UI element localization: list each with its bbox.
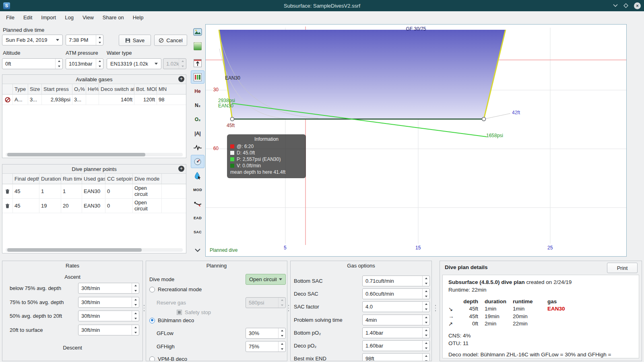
- gases-header-mnd[interactable]: MN: [157, 84, 186, 95]
- ead-button[interactable]: EAD: [191, 211, 204, 224]
- spin-down-icon[interactable]: [423, 281, 429, 286]
- spin-down-icon[interactable]: [56, 64, 62, 69]
- spin-down-icon[interactable]: [132, 330, 139, 335]
- gases-header-he[interactable]: He%: [86, 84, 99, 95]
- gases-hscrollbar-handle[interactable]: [7, 153, 145, 156]
- spin-up-icon[interactable]: [279, 341, 285, 347]
- add-gas-button[interactable]: +: [178, 76, 184, 82]
- points-row-1[interactable]: 45 1 1 EAN30 0 Open circuit: [2, 184, 186, 199]
- minimize-icon[interactable]: [613, 4, 618, 7]
- spin-down-icon[interactable]: [423, 346, 429, 351]
- menu-log[interactable]: Log: [60, 12, 78, 23]
- gfhigh-spinbox[interactable]: 75%: [246, 341, 286, 352]
- show-photos-button[interactable]: [191, 25, 204, 39]
- splitter-handle[interactable]: [143, 305, 145, 311]
- print-button[interactable]: Print: [607, 263, 638, 273]
- spin-down-icon[interactable]: [132, 316, 139, 321]
- spin-down-icon[interactable]: [132, 302, 139, 308]
- deco-sac-spinbox[interactable]: 0.60cuft/min: [362, 288, 430, 299]
- spin-down-icon[interactable]: [423, 333, 429, 338]
- sac-factor-spinbox[interactable]: 4.0: [362, 301, 430, 312]
- tissue-saturation-button[interactable]: [191, 39, 204, 53]
- points-header-used-gas[interactable]: Used gas: [82, 174, 105, 184]
- spin-down-icon[interactable]: [423, 359, 429, 362]
- ruler-button[interactable]: [191, 155, 204, 168]
- spin-up-icon[interactable]: [96, 59, 103, 64]
- pp-oxygen-button[interactable]: O₂: [191, 113, 204, 126]
- spin-down-icon[interactable]: [96, 64, 103, 69]
- maximize-icon[interactable]: [623, 3, 628, 8]
- calculated-ceiling-button[interactable]: [191, 56, 204, 70]
- spin-up-icon[interactable]: [96, 35, 103, 40]
- recreational-mode-radio[interactable]: Recreational mode: [149, 286, 202, 292]
- ascent-rate-spinbox-1[interactable]: 30ft/min: [78, 283, 139, 294]
- spin-up-icon[interactable]: [279, 328, 285, 333]
- profile-handle-start[interactable]: [231, 117, 234, 121]
- spin-up-icon[interactable]: [423, 354, 429, 359]
- spin-down-icon[interactable]: [423, 320, 429, 325]
- save-button[interactable]: Save: [119, 35, 151, 46]
- points-header-duration[interactable]: Duration: [39, 174, 61, 184]
- spin-down-icon[interactable]: [423, 307, 429, 312]
- spin-up-icon[interactable]: [132, 283, 139, 288]
- text-labels-button[interactable]: |A|: [191, 127, 204, 140]
- mod-button[interactable]: MOD: [191, 183, 204, 196]
- dive-time-spinbox[interactable]: 7:38 PM: [66, 35, 103, 45]
- pp-nitrogen-button[interactable]: N₂: [191, 99, 204, 112]
- ascent-rate-spinbox-2[interactable]: 30ft/min: [78, 297, 139, 308]
- points-header-run-time[interactable]: Run time: [61, 174, 82, 184]
- spin-down-icon[interactable]: [132, 288, 139, 294]
- points-row-2[interactable]: 45 19 20 EAN30 0 Open circuit: [2, 199, 186, 213]
- gases-header-type[interactable]: Type: [13, 84, 28, 95]
- spin-up-icon[interactable]: [423, 315, 429, 320]
- dive-date-combobox[interactable]: Sun Feb 24, 2019: [2, 35, 63, 45]
- points-header-cc-setpoint[interactable]: CC setpoint: [105, 174, 133, 184]
- dive-profile-chart[interactable]: GF 30/75 30 60 5 15 25 EAN30 2938psi EAN…: [205, 24, 627, 257]
- pp-helium-button[interactable]: He: [191, 84, 204, 98]
- delete-gas-icon[interactable]: [2, 95, 13, 105]
- menu-share-on[interactable]: Share on: [98, 12, 128, 23]
- spin-down-icon[interactable]: [279, 347, 285, 352]
- menu-help[interactable]: Help: [128, 12, 148, 23]
- points-header-dive-mode[interactable]: Dive mode: [133, 174, 162, 184]
- delete-point-icon[interactable]: [2, 184, 13, 199]
- best-mix-end-spinbox[interactable]: 98ft: [362, 353, 430, 361]
- ascent-rate-spinbox-4[interactable]: 30ft/min: [78, 325, 139, 335]
- spin-up-icon[interactable]: [132, 311, 139, 316]
- gases-header-deco-switch[interactable]: Deco switch at: [99, 84, 134, 95]
- bottom-po2-spinbox[interactable]: 1.40bar: [362, 327, 430, 338]
- vpmb-deco-radio[interactable]: VPM-B deco: [149, 356, 187, 361]
- cancel-button[interactable]: Cancel: [154, 35, 187, 46]
- delete-point-icon[interactable]: [2, 199, 13, 213]
- spin-up-icon[interactable]: [132, 325, 139, 330]
- spin-up-icon[interactable]: [423, 302, 429, 307]
- menu-import[interactable]: Import: [37, 12, 60, 23]
- points-header-final-depth[interactable]: Final depth: [13, 174, 39, 184]
- points-hscrollbar-handle[interactable]: [7, 248, 142, 252]
- bottom-sac-spinbox[interactable]: 0.71cuft/min: [362, 276, 430, 286]
- water-type-combobox[interactable]: EN13319 (1.02k: [107, 58, 161, 69]
- atm-pressure-spinbox[interactable]: 1013mbar: [66, 58, 103, 69]
- gases-header-o2[interactable]: O₂%: [72, 84, 86, 95]
- profile-handle-end[interactable]: [482, 117, 486, 121]
- problem-solving-time-spinbox[interactable]: 4min: [362, 315, 430, 325]
- tank-bar-button[interactable]: [191, 70, 204, 84]
- spin-up-icon[interactable]: [423, 289, 429, 294]
- menu-view[interactable]: View: [78, 12, 98, 23]
- gases-row[interactable]: A... 3... 2,938psi 3... 140ft 120ft 98: [2, 95, 186, 105]
- ascent-rate-spinbox-3[interactable]: 30ft/min: [78, 311, 139, 321]
- gases-header-start-press[interactable]: Start press: [42, 84, 72, 95]
- water-salinity-button[interactable]: [191, 169, 204, 182]
- sac-button[interactable]: SAC: [191, 225, 204, 239]
- gases-header-bot-mod[interactable]: Bot. MOD: [134, 84, 157, 95]
- spin-up-icon[interactable]: [423, 328, 429, 333]
- spin-up-icon[interactable]: [56, 59, 62, 64]
- gflow-spinbox[interactable]: 30%: [246, 328, 286, 339]
- gases-header-size[interactable]: Size: [28, 84, 42, 95]
- spin-up-icon[interactable]: [423, 276, 429, 281]
- diver-button[interactable]: [191, 197, 204, 210]
- altitude-spinbox[interactable]: 0ft: [2, 58, 63, 69]
- menu-file[interactable]: File: [2, 12, 19, 23]
- spin-up-icon[interactable]: [423, 341, 429, 346]
- splitter-handle[interactable]: [287, 305, 290, 311]
